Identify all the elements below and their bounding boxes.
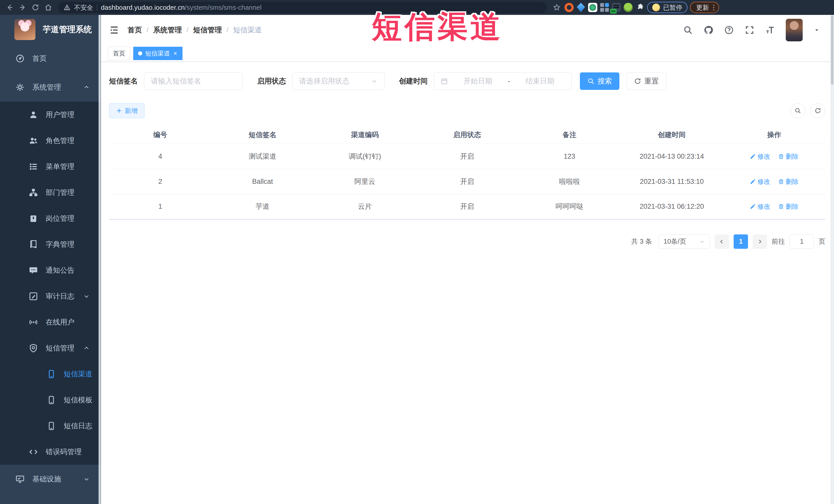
forward-icon[interactable] [18, 2, 28, 13]
bookmark-star-icon[interactable] [552, 2, 562, 13]
sidebar-item-notice[interactable]: 通知公告 [0, 257, 101, 283]
extension-orange-icon[interactable] [565, 3, 574, 12]
search-icon[interactable] [683, 25, 693, 35]
extensions-puzzle-icon[interactable] [635, 3, 644, 12]
sidebar-item-role-mgmt[interactable]: 角色管理 [0, 128, 101, 154]
breadcrumb-home[interactable]: 首页 [128, 25, 142, 35]
sidebar-item-post-mgmt[interactable]: 岗位管理 [0, 205, 101, 231]
extension-keyboard-icon[interactable]: on [612, 3, 621, 12]
sidebar-item-online-users[interactable]: 在线用户 [0, 309, 101, 335]
hamburger-icon[interactable] [109, 25, 119, 35]
reset-button[interactable]: 重置 [627, 72, 666, 90]
sidebar-item-error-code[interactable]: 错误码管理 [0, 439, 101, 465]
page-number-active[interactable]: 1 [733, 235, 748, 249]
signature-input[interactable] [151, 77, 236, 85]
sms-channel-table: 编号 短信签名 渠道编码 启用状态 备注 创建时间 操作 4 测试渠道 调试(钉… [109, 126, 825, 220]
goto-label: 前往 [772, 237, 785, 246]
message-icon [28, 265, 39, 276]
chevron-down-icon [83, 293, 90, 299]
code-icon [28, 447, 39, 457]
tab-home[interactable]: 首页 [108, 47, 130, 60]
tab-sms-channel[interactable]: 短信渠道 [133, 47, 182, 60]
add-button[interactable]: 新增 [109, 103, 145, 118]
date-start-placeholder[interactable]: 开始日期 [453, 76, 503, 86]
status-select[interactable]: 请选择启用状态 [292, 72, 385, 90]
plus-icon [116, 108, 122, 114]
back-icon[interactable] [5, 2, 15, 13]
app-title: 芋道管理系统 [43, 24, 92, 35]
sidebar-item-sms-channel[interactable]: 短信渠道 [0, 361, 101, 387]
paused-pill[interactable]: 已暂停 [647, 2, 687, 13]
date-end-placeholder[interactable]: 结束日期 [515, 76, 565, 86]
sidebar-item-user-mgmt[interactable]: 用户管理 [0, 102, 101, 128]
next-page-button[interactable] [753, 235, 767, 249]
edit-link[interactable]: 修改 [750, 152, 770, 161]
total-count: 共 3 条 [631, 237, 652, 246]
extension-vue-icon[interactable] [588, 3, 597, 12]
sidebar-item-home[interactable]: 首页 [0, 44, 101, 73]
url-text: dashboard.yudao.iocoder.cn/system/sms/sm… [101, 4, 262, 12]
edit-link[interactable]: 修改 [750, 202, 770, 211]
sidebar-item-label: 首页 [32, 54, 47, 63]
sidebar-scrollbar[interactable] [98, 15, 101, 504]
trash-icon [778, 203, 784, 210]
reload-icon[interactable] [30, 2, 41, 13]
dashboard-icon [15, 53, 25, 64]
post-icon [28, 213, 39, 224]
hide-search-button[interactable] [790, 103, 805, 118]
sidebar-item-label: 短信管理 [46, 343, 74, 353]
page-size-select[interactable]: 10条/页 [659, 235, 710, 249]
tab-label: 首页 [113, 49, 125, 58]
edit-link[interactable]: 修改 [750, 177, 770, 186]
extension-blue-icon[interactable] [576, 3, 586, 12]
filter-form: 短信签名 启用状态 请选择启用状态 创建时间 开始日期 - 结束日期 搜索 重置 [109, 72, 825, 90]
sidebar-item-label: 短信模板 [64, 395, 92, 405]
scrollbar-thumb[interactable] [831, 16, 833, 85]
warning-triangle-icon [64, 4, 70, 11]
extension-bug-icon[interactable] [623, 3, 633, 12]
sidebar-item-label: 通知公告 [46, 265, 74, 275]
sidebar-item-label: 短信渠道 [64, 369, 92, 379]
close-icon[interactable] [173, 51, 178, 56]
caret-down-icon[interactable] [813, 27, 820, 34]
font-size-icon[interactable] [765, 25, 775, 35]
help-icon[interactable] [724, 25, 734, 35]
edit-icon [750, 203, 756, 210]
home-icon[interactable] [43, 2, 53, 13]
extension-grid-icon[interactable] [600, 3, 609, 12]
sidebar-item-audit-log[interactable]: 审计日志 [0, 283, 101, 309]
github-icon[interactable] [704, 25, 714, 35]
gear-icon [15, 82, 25, 92]
sidebar-item-sms-template[interactable]: 短信模板 [0, 387, 101, 413]
sidebar-item-dict-mgmt[interactable]: 字典管理 [0, 231, 101, 257]
avatar[interactable] [786, 19, 803, 41]
goto-page-input[interactable] [790, 235, 814, 249]
sidebar-item-dept-mgmt[interactable]: 部门管理 [0, 179, 101, 205]
delete-link[interactable]: 删除 [778, 202, 798, 211]
update-button[interactable]: 更新 [690, 2, 719, 13]
breadcrumb: 首页 / 系统管理 / 短信管理 / 短信渠道 [128, 25, 262, 35]
fullscreen-icon[interactable] [745, 25, 754, 35]
search-button[interactable]: 搜索 [580, 72, 619, 90]
sidebar-item-menu-mgmt[interactable]: 菜单管理 [0, 154, 101, 179]
page-scrollbar[interactable] [830, 15, 834, 504]
date-range-picker[interactable]: 开始日期 - 结束日期 [434, 72, 572, 90]
navbar-actions [683, 19, 820, 41]
kebab-menu-icon[interactable] [713, 5, 715, 10]
delete-link[interactable]: 删除 [778, 177, 798, 186]
table-header-row: 编号 短信签名 渠道编码 启用状态 备注 创建时间 操作 [109, 126, 825, 144]
breadcrumb-sms[interactable]: 短信管理 [193, 25, 222, 35]
sidebar-item-system-mgmt[interactable]: 系统管理 [0, 73, 101, 102]
app-logo [14, 19, 36, 40]
sidebar-item-sms-mgmt[interactable]: 短信管理 [0, 335, 101, 361]
app-logo-row[interactable]: 芋道管理系统 [0, 15, 101, 44]
sidebar-item-infrastructure[interactable]: 基础设施 [0, 465, 101, 494]
delete-link[interactable]: 删除 [778, 152, 798, 161]
prev-page-button[interactable] [715, 235, 729, 249]
breadcrumb-system[interactable]: 系统管理 [153, 25, 182, 35]
refresh-table-button[interactable] [810, 103, 825, 118]
sidebar-item-label: 岗位管理 [46, 214, 74, 223]
sidebar-item-sms-log[interactable]: 短信日志 [0, 413, 101, 439]
tree-icon [28, 188, 39, 198]
sidebar-item-label: 角色管理 [46, 136, 74, 146]
